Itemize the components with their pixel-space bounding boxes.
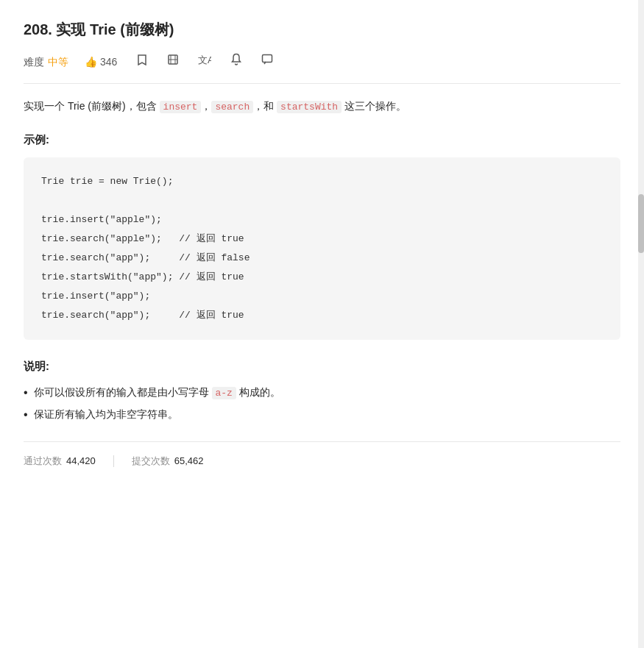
stats-row: 通过次数 44,420 提交次数 65,462 bbox=[24, 441, 620, 469]
desc-sep2: ，和 bbox=[253, 100, 277, 112]
difficulty-value: 中等 bbox=[48, 54, 68, 70]
scrollbar-track[interactable] bbox=[638, 0, 644, 648]
notes-title: 说明: bbox=[24, 357, 620, 375]
note-item-1: 你可以假设所有的输入都是由小写字母 a-z 构成的。 bbox=[24, 384, 620, 402]
like-count: 346 bbox=[100, 54, 117, 70]
example-title: 示例: bbox=[24, 131, 620, 149]
comment-icon bbox=[261, 54, 273, 70]
code-example: Trie trie = new Trie(); trie.insert("app… bbox=[24, 157, 620, 340]
note-text-1: 你可以假设所有的输入都是由小写字母 a-z 构成的。 bbox=[34, 384, 280, 402]
meta-row: 难度 中等 👍 346 文A bbox=[24, 51, 620, 84]
comment-button[interactable] bbox=[258, 52, 276, 71]
svg-rect-2 bbox=[263, 54, 272, 62]
page-container: 208. 实现 Trie (前缀树) 难度 中等 👍 346 bbox=[0, 0, 644, 648]
translate-icon: 文A bbox=[198, 54, 211, 70]
desc-prefix: 实现一个 Trie (前缀树)，包含 bbox=[24, 100, 160, 112]
bell-button[interactable] bbox=[227, 51, 245, 71]
desc-code3: startsWith bbox=[277, 101, 342, 113]
note-text-2: 保证所有输入均为非空字符串。 bbox=[34, 406, 178, 424]
problem-title: 208. 实现 Trie (前缀树) bbox=[24, 18, 620, 41]
desc-code2: search bbox=[211, 101, 253, 113]
desc-code1: insert bbox=[160, 101, 202, 113]
translate-button[interactable]: 文A bbox=[195, 52, 214, 71]
pass-label: 通过次数 bbox=[24, 454, 62, 469]
az-code: a-z bbox=[212, 387, 236, 399]
submit-label: 提交次数 bbox=[132, 454, 170, 469]
bell-icon bbox=[230, 53, 242, 70]
difficulty-label: 难度 bbox=[24, 54, 44, 70]
pass-value: 44,420 bbox=[66, 454, 96, 469]
svg-text:文A: 文A bbox=[198, 54, 211, 65]
note-item-2: 保证所有输入均为非空字符串。 bbox=[24, 406, 620, 424]
bookmark-icon bbox=[136, 54, 148, 70]
difficulty-item: 难度 中等 bbox=[24, 54, 68, 70]
desc-suffix: 这三个操作。 bbox=[342, 100, 406, 112]
desc-sep1: ， bbox=[201, 100, 211, 112]
share-button[interactable] bbox=[164, 52, 182, 71]
like-icon: 👍 bbox=[85, 54, 97, 70]
stats-divider bbox=[113, 455, 114, 467]
submit-stat: 提交次数 65,462 bbox=[132, 454, 222, 469]
submit-value: 65,462 bbox=[174, 454, 204, 469]
bookmark-button[interactable] bbox=[133, 52, 151, 71]
notes-list: 你可以假设所有的输入都是由小写字母 a-z 构成的。 保证所有输入均为非空字符串… bbox=[24, 384, 620, 424]
scrollbar-thumb[interactable] bbox=[638, 194, 644, 253]
notes-section: 说明: 你可以假设所有的输入都是由小写字母 a-z 构成的。 保证所有输入均为非… bbox=[24, 357, 620, 424]
share-icon bbox=[167, 54, 179, 70]
problem-description: 实现一个 Trie (前缀树)，包含 insert，search，和 start… bbox=[24, 97, 620, 115]
pass-stat: 通过次数 44,420 bbox=[24, 454, 113, 469]
like-button[interactable]: 👍 346 bbox=[82, 52, 120, 71]
